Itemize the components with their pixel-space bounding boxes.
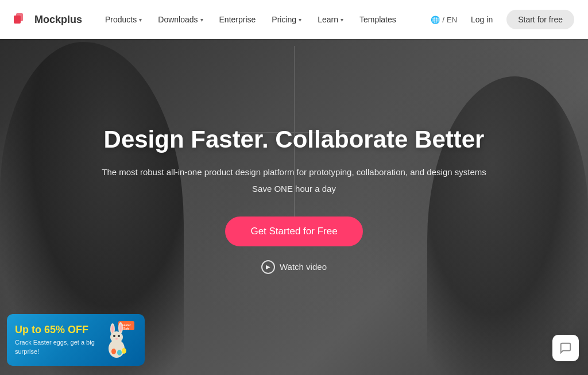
get-started-button[interactable]: Get Started for Free: [225, 217, 362, 246]
nav-templates-label: Templates: [359, 15, 396, 24]
nav-right: 🌐 / EN Log in Start for free: [431, 10, 574, 29]
nav-links: Products ▾ Downloads ▾ Enterprise Pricin…: [98, 10, 431, 29]
promo-banner[interactable]: Up to 65% OFF Crack Easter eggs, get a b…: [7, 314, 145, 366]
pricing-chevron-icon: ▾: [299, 17, 301, 23]
promo-off-amount: 65%: [44, 324, 65, 335]
mockplus-logo-icon: [14, 13, 30, 26]
svg-point-16: [122, 348, 126, 354]
hero-subtitle: The most robust all-in-one product desig…: [87, 165, 501, 179]
svg-point-8: [111, 325, 114, 333]
svg-text:Sale: Sale: [123, 327, 130, 330]
logo-text: Mockplus: [34, 14, 82, 26]
nav-pricing-label: Pricing: [272, 15, 296, 24]
hero-content: Design Faster. Collaborate Better The mo…: [87, 125, 501, 274]
watch-video-label: Watch video: [280, 262, 327, 272]
hero-sub2: Save ONE hour a day: [87, 184, 501, 194]
language-selector[interactable]: 🌐 / EN: [431, 16, 457, 24]
svg-point-11: [113, 335, 115, 337]
svg-point-13: [115, 338, 118, 340]
svg-rect-1: [16, 13, 23, 21]
nav-item-products[interactable]: Products ▾: [98, 10, 149, 29]
promo-bunny-illustration: Easter Sale: [102, 320, 137, 360]
lang-label: EN: [447, 16, 457, 24]
chat-support-button[interactable]: [552, 335, 579, 361]
lang-icon: 🌐: [431, 16, 440, 24]
nav-item-pricing[interactable]: Pricing ▾: [265, 10, 308, 29]
navbar: Mockplus Products ▾ Downloads ▾ Enterpri…: [0, 0, 588, 39]
nav-enterprise-label: Enterprise: [219, 15, 256, 24]
nav-item-enterprise[interactable]: Enterprise: [212, 10, 263, 29]
login-link[interactable]: Log in: [464, 10, 500, 29]
svg-point-15: [117, 350, 122, 355]
promo-text: Up to 65% OFF Crack Easter eggs, get a b…: [15, 324, 96, 356]
hero-title: Design Faster. Collaborate Better: [87, 125, 501, 154]
nav-products-label: Products: [105, 15, 137, 24]
bunny-svg: Easter Sale: [102, 320, 137, 360]
products-chevron-icon: ▾: [139, 17, 142, 23]
promo-off-prefix: Up to: [15, 324, 44, 335]
promo-discount: Up to 65% OFF: [15, 324, 96, 336]
lang-separator: /: [442, 16, 444, 24]
logo-link[interactable]: Mockplus: [14, 13, 82, 26]
play-icon: ▶: [261, 260, 275, 274]
downloads-chevron-icon: ▾: [200, 17, 203, 23]
svg-point-12: [118, 335, 120, 337]
promo-off-suffix: OFF: [65, 324, 88, 335]
svg-point-14: [111, 349, 116, 354]
watch-video-button[interactable]: ▶ Watch video: [87, 260, 501, 274]
nav-learn-label: Learn: [318, 15, 338, 24]
nav-item-templates[interactable]: Templates: [353, 10, 403, 29]
nav-item-downloads[interactable]: Downloads ▾: [151, 10, 210, 29]
nav-downloads-label: Downloads: [158, 15, 198, 24]
svg-point-10: [119, 324, 122, 332]
nav-item-learn[interactable]: Learn ▾: [311, 10, 350, 29]
chat-icon: [559, 342, 572, 354]
promo-description: Crack Easter eggs, get a big surprise!: [15, 338, 96, 356]
learn-chevron-icon: ▾: [341, 17, 343, 23]
start-for-free-button[interactable]: Start for free: [506, 10, 574, 29]
